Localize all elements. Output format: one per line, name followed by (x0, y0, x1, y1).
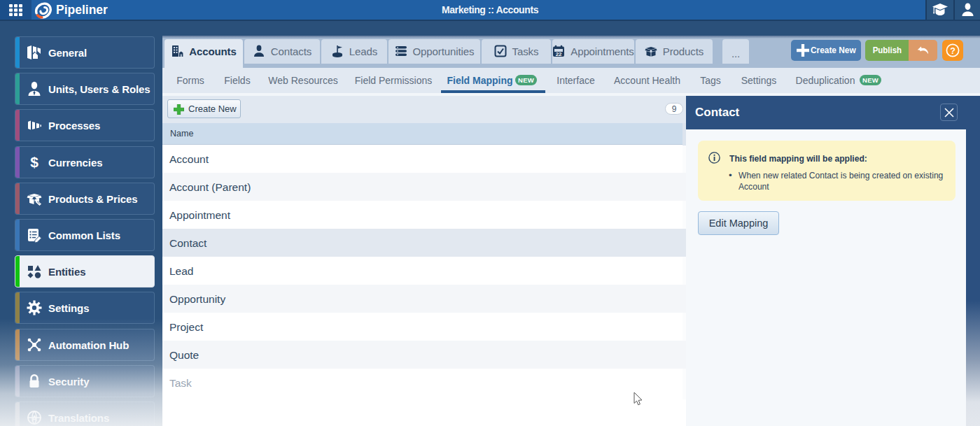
svg-text:$: $ (30, 155, 38, 170)
svg-text:22: 22 (556, 51, 562, 57)
svg-text:A: A (31, 415, 36, 423)
svg-text:?: ? (950, 46, 955, 56)
